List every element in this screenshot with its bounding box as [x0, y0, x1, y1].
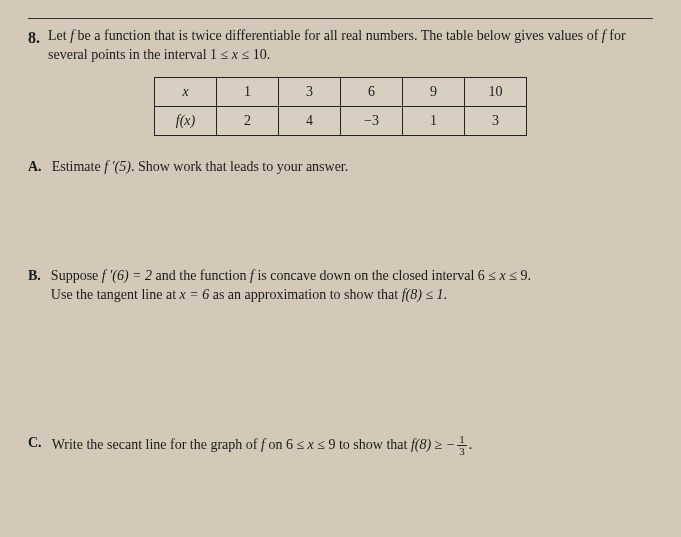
pb-expr1: f ′(6) = 2 — [102, 268, 152, 283]
fraction-denominator: 3 — [457, 446, 467, 457]
part-b: B. Suppose f ′(6) = 2 and the function f… — [28, 267, 653, 305]
pc-2: on 6 ≤ — [265, 437, 308, 452]
pc-3: ≤ 9 to show that — [314, 437, 411, 452]
part-b-label: B. — [28, 267, 41, 305]
pb-1d: ≤ 9. — [506, 268, 531, 283]
table-cell: 2 — [217, 106, 279, 135]
part-a-text1: Estimate — [52, 159, 105, 174]
intro-text-4: ≤ 10. — [238, 47, 270, 62]
part-b-text: Suppose f ′(6) = 2 and the function f is… — [51, 267, 531, 305]
part-a-expr: f ′(5) — [104, 159, 131, 174]
pc-4: . — [469, 437, 473, 452]
table-cell: 4 — [279, 106, 341, 135]
pc-expr1: f(8) ≥ − — [411, 437, 455, 452]
part-c: C. Write the secant line for the graph o… — [28, 434, 653, 457]
question-text: Let f be a function that is twice differ… — [48, 27, 653, 65]
part-c-label: C. — [28, 434, 42, 457]
pb-1a: Suppose — [51, 268, 102, 283]
question-intro: 8. Let f be a function that is twice dif… — [28, 27, 653, 65]
part-a-text: Estimate f ′(5). Show work that leads to… — [52, 158, 349, 177]
horizontal-rule — [28, 18, 653, 19]
table-cell: 6 — [341, 77, 403, 106]
pb-expr3: f(8) ≤ 1 — [402, 287, 444, 302]
pb-1c: is concave down on the closed interval 6… — [254, 268, 500, 283]
table-cell: 1 — [217, 77, 279, 106]
fraction: 13 — [457, 434, 467, 457]
table-cell: 9 — [403, 77, 465, 106]
pb-1b: and the function — [152, 268, 250, 283]
table-cell: 10 — [465, 77, 527, 106]
pb-2a: Use the tangent line at — [51, 287, 180, 302]
table-row: x 1 3 6 9 10 — [155, 77, 527, 106]
table-cell: 3 — [279, 77, 341, 106]
question-number: 8. — [28, 27, 40, 65]
part-a-text2: . Show work that leads to your answer. — [131, 159, 348, 174]
part-a: A. Estimate f ′(5). Show work that leads… — [28, 158, 653, 177]
pc-1: Write the secant line for the graph of — [52, 437, 261, 452]
table-cell-x-label: x — [155, 77, 217, 106]
pb-2c: . — [444, 287, 448, 302]
table-cell: −3 — [341, 106, 403, 135]
table-row: f(x) 2 4 −3 1 3 — [155, 106, 527, 135]
pb-expr2: x = 6 — [180, 287, 210, 302]
intro-text-2: be a function that is twice differentiab… — [74, 28, 602, 43]
data-table: x 1 3 6 9 10 f(x) 2 4 −3 1 3 — [154, 77, 527, 136]
table-cell-fx-label: f(x) — [155, 106, 217, 135]
table-cell: 1 — [403, 106, 465, 135]
pb-2b: as an approximation to show that — [209, 287, 401, 302]
part-a-label: A. — [28, 158, 42, 177]
table-cell: 3 — [465, 106, 527, 135]
part-c-text: Write the secant line for the graph of f… — [52, 434, 473, 457]
intro-text-1: Let — [48, 28, 70, 43]
